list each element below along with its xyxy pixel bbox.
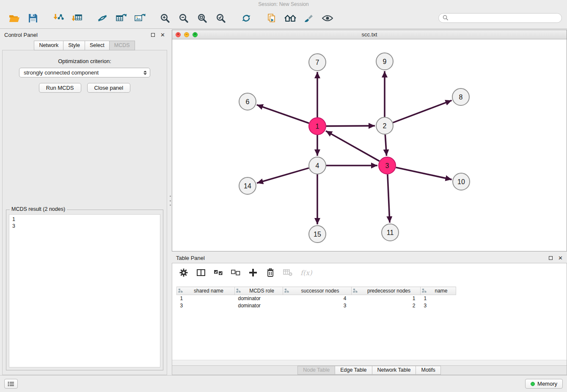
cell-mcds_role[interactable]: dominator	[235, 295, 283, 302]
network-window-titlebar[interactable]: × − + scc.txt	[172, 30, 567, 39]
run-mcds-button[interactable]: Run MCDS	[39, 83, 81, 93]
graph-edge-3-1[interactable]	[326, 131, 380, 161]
graph-node-label: 4	[316, 162, 319, 169]
close-panel-button[interactable]: Close panel	[87, 83, 131, 93]
task-history-button[interactable]	[4, 379, 18, 389]
control-panel: Control Panel NetworkStyleSelectMCDS Opt…	[0, 30, 169, 375]
table-tab-motifs[interactable]: Motifs	[416, 366, 440, 375]
control-panel-title: Control Panel	[4, 32, 38, 38]
control-panel-tab-mcds[interactable]: MCDS	[109, 41, 135, 50]
graph-edge-2-3[interactable]	[385, 135, 386, 156]
graph-edge-1-6[interactable]	[257, 105, 309, 123]
cell-shared_name[interactable]: 3	[177, 302, 235, 309]
control-panel-tab-style[interactable]: Style	[63, 41, 85, 50]
column-header-name[interactable]: name	[421, 287, 456, 295]
column-header-successor_nodes[interactable]: successor nodes	[283, 287, 352, 295]
export-network-icon[interactable]	[264, 10, 279, 26]
graph-edge-1-2[interactable]	[326, 126, 375, 126]
add-column-icon[interactable]	[248, 267, 258, 278]
show-graphics-details-icon[interactable]	[320, 10, 335, 26]
zoom-fit-content-icon[interactable]	[195, 10, 210, 26]
column-label: successor nodes	[301, 288, 339, 294]
table-tab-network-table[interactable]: Network Table	[372, 366, 416, 375]
table-row[interactable]: 1dominator411	[177, 295, 456, 302]
import-network-from-file-icon[interactable]	[51, 10, 66, 26]
graph-node-label: 8	[459, 94, 463, 101]
create-function-icon: f(x)	[300, 267, 312, 278]
graph-node-label: 14	[244, 182, 251, 190]
cell-name[interactable]: 3	[421, 302, 456, 309]
column-label: MCDS role	[249, 288, 274, 294]
table-tab-node-table[interactable]: Node Table	[297, 366, 335, 375]
cell-predecessor_nodes[interactable]: 1	[352, 295, 421, 302]
zoom-in-icon[interactable]	[157, 10, 173, 26]
import-table-from-file-icon[interactable]	[69, 10, 85, 26]
control-panel-header: Control Panel	[0, 30, 169, 40]
cell-name[interactable]: 1	[421, 295, 456, 302]
window-minimize-icon[interactable]: −	[184, 32, 189, 37]
split-panel-icon[interactable]	[196, 267, 206, 278]
delete-column-icon[interactable]	[266, 267, 275, 278]
cell-successor_nodes[interactable]: 4	[283, 295, 352, 302]
graph-edge-2-8[interactable]	[393, 100, 452, 122]
cell-shared_name[interactable]: 1	[177, 295, 235, 302]
zoom-out-icon[interactable]	[176, 10, 191, 26]
control-panel-tab-network[interactable]: Network	[34, 41, 63, 50]
memory-button[interactable]: Memory	[525, 379, 563, 389]
export-image-icon[interactable]	[132, 10, 147, 26]
main-toolbar	[0, 8, 567, 29]
control-panel-tab-select[interactable]: Select	[85, 41, 110, 50]
graph-node-label: 6	[246, 98, 250, 105]
table-row[interactable]: 3dominator323	[177, 302, 456, 309]
column-type-icon	[236, 288, 241, 294]
network-canvas[interactable]: 7968124314101511	[172, 39, 567, 251]
cell-successor_nodes[interactable]: 3	[283, 302, 352, 309]
graph-node-label: 3	[385, 162, 389, 169]
node-table: shared nameMCDS rolesuccessor nodesprede…	[176, 287, 456, 309]
search-icon	[443, 15, 448, 22]
close-table-panel-icon[interactable]	[558, 255, 563, 261]
network-graph[interactable]: 7968124314101511	[172, 39, 567, 251]
panel-splitter[interactable]	[169, 196, 172, 206]
graph-edge-3-11[interactable]	[388, 174, 390, 223]
apply-style-icon[interactable]	[301, 10, 317, 26]
cell-predecessor_nodes[interactable]: 2	[352, 302, 421, 309]
table-settings-icon[interactable]	[179, 267, 188, 278]
column-header-mcds_role[interactable]: MCDS role	[235, 287, 283, 295]
table-panel-tabs: Node TableEdge TableNetwork TableMotifs	[172, 365, 567, 375]
window-zoom-icon[interactable]: +	[193, 32, 198, 37]
float-table-panel-icon[interactable]	[549, 256, 553, 260]
mcds-result-list[interactable]: 13	[9, 214, 160, 367]
apply-preferred-layout-icon[interactable]	[239, 10, 254, 26]
float-panel-icon[interactable]	[151, 33, 155, 37]
table-tab-edge-table[interactable]: Edge Table	[335, 366, 372, 375]
graph-node-label: 7	[316, 59, 319, 66]
horizontal-scrollbar[interactable]	[172, 360, 567, 365]
home-view-icon[interactable]	[283, 10, 298, 26]
optimization-criterion-select[interactable]: strongly connected component	[19, 68, 150, 77]
open-file-icon[interactable]	[7, 10, 22, 26]
column-type-icon	[178, 288, 183, 294]
column-header-predecessor_nodes[interactable]: predecessor nodes	[352, 287, 421, 295]
node-table-region: shared nameMCDS rolesuccessor nodesprede…	[172, 282, 567, 360]
traffic-lights: × − +	[176, 32, 198, 37]
mcds-buttons-row: Run MCDS Close panel	[3, 83, 167, 93]
column-header-shared_name[interactable]: shared name	[177, 287, 235, 295]
save-session-icon[interactable]	[25, 10, 41, 26]
graph-edge-3-10[interactable]	[396, 167, 452, 179]
table-toolbar: f(x)	[172, 263, 567, 282]
new-network-icon[interactable]	[95, 10, 110, 26]
window-close-icon[interactable]: ×	[176, 32, 181, 37]
select-all-rows-icon[interactable]	[214, 267, 223, 278]
window-title: Session: New Session	[0, 0, 567, 8]
zoom-selected-region-icon[interactable]	[213, 10, 228, 26]
control-panel-body: Optimization criterion: strongly connect…	[2, 50, 167, 375]
close-panel-icon[interactable]	[160, 32, 165, 38]
graph-edge-4-14[interactable]	[257, 168, 309, 183]
search-input[interactable]	[438, 13, 562, 23]
deselect-all-rows-icon[interactable]	[231, 267, 240, 278]
memory-status-icon	[531, 382, 535, 386]
export-table-icon[interactable]	[113, 10, 129, 26]
graph-node-label: 10	[457, 178, 465, 185]
cell-mcds_role[interactable]: dominator	[235, 302, 283, 309]
